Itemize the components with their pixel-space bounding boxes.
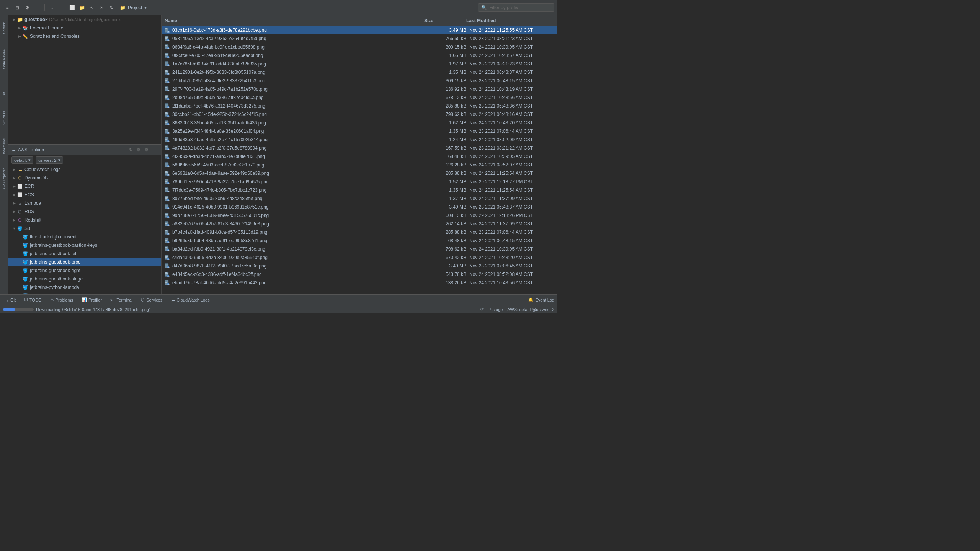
download-icon[interactable]: ↓ [48,3,56,12]
structure-icon[interactable]: Structure [0,106,8,129]
file-row[interactable]: PNG b7b4c4a0-1fad-4091-b3ca-d57405113d19… [162,228,557,236]
file-row[interactable]: PNG 2b98a765-5f9e-450b-a336-aff87c04fd0a… [162,93,557,102]
aws-service-ecr[interactable]: ▶ ⬜ ECR [8,182,161,191]
bookmarks-icon[interactable]: Bookmarks [0,133,8,160]
search-box[interactable]: 🔍 Filter by prefix [478,3,554,12]
external-libraries-item[interactable]: ▶ 📚 External Libraries [8,24,161,32]
aws-settings-icon[interactable]: ⚙ [135,146,142,153]
header-modified[interactable]: Last Modified [466,18,554,23]
aws-service-lambda[interactable]: ▶ λ Lambda [8,199,161,207]
project-selector[interactable]: 📁 Project ▾ [118,4,149,11]
refresh-icon[interactable]: ↻ [108,3,116,12]
tree-root-item[interactable]: ▶ 📁 guestbook C:\Users\dalia\IdeaProject… [8,15,161,24]
s3-jb-left[interactable]: 🪣 jetbrains-guestbook-left [8,249,161,258]
tab-profiler[interactable]: 📊 Profiler [78,296,105,304]
folder-icon[interactable]: 📁 [78,3,86,12]
file-row[interactable]: PNG b9266c8b-6db4-48ba-ad91-ea99f53c87d1… [162,236,557,245]
aws-gear-icon[interactable]: ⚙ [143,146,150,153]
aws-service-cloudwatch[interactable]: ▶ ☁ CloudWatch Logs [8,165,161,174]
aws-refresh-icon[interactable]: ↻ [127,146,134,153]
s3-fleet-bucket[interactable]: 🪣 fleet-bucket-jb-reinvent [8,233,161,241]
new-folder-icon[interactable]: ⬜ [68,3,76,12]
svg-rect-152 [165,240,168,240]
header-name[interactable]: Name [165,18,424,23]
s3-reinvent-tf[interactable]: 🪣 reinvent21-guestbook-tfstate [8,292,161,294]
file-row[interactable]: PNG 4f245c9a-db3d-4b21-a8b5-1e7d0ffe7831… [162,152,557,161]
code-review-icon[interactable]: Code Review [0,44,8,74]
file-row[interactable]: PNG 2f1daaba-7bef-4b76-a312-f404673d3275… [162,102,557,110]
region-select[interactable]: us-west-2 ▾ [36,156,63,164]
svg-text:PNG: PNG [168,132,170,134]
aws-service-redshift[interactable]: ▶ ⬡ Redshift [8,216,161,224]
event-log-item[interactable]: 🔔 Event Log [528,297,554,302]
file-row[interactable]: PNG 27fbbd7b-0351-43e4-9fe3-983372541f53… [162,77,557,85]
tab-terminal[interactable]: >_ Terminal [107,296,136,304]
file-row[interactable]: PNG a8325076-9e05-42b7-81e3-8460e21459e3… [162,220,557,228]
file-date: Nov 23 2021 07:06:45 AM CST [466,263,554,269]
svg-rect-109 [165,180,167,180]
file-row[interactable]: PNG 0531e06a-13d2-4c32-9352-e2649f4d7f5d… [162,34,557,43]
file-name-text: 3a25e29e-f34f-484f-ba0e-35e20601af04.png [172,129,264,134]
file-row[interactable]: PNG 0604f9a6-c44a-4fab-bc9f-ee1cbbd85698… [162,43,557,51]
tab-services[interactable]: ⬡ Services [138,296,165,304]
file-row[interactable]: PNG ebadfb9e-78af-4bd6-add5-a4a2e991b442… [162,279,557,287]
git-left-icon[interactable]: Git [0,90,8,98]
file-row[interactable]: PNG 4a748282-b032-4bf7-b2f0-37d5e8780994… [162,144,557,152]
todo-icon: ☑ [24,297,28,302]
commit-icon[interactable]: Commit [0,17,8,40]
file-row[interactable]: PNG d47d96b8-987b-41f2-b940-27bdd7e5af0e… [162,262,557,270]
file-row[interactable]: PNG 914c941e-4625-40b9-9901-b969d158751c… [162,203,557,211]
file-row[interactable]: PNG c4da4390-9955-4d2a-8436-929e2a85540f… [162,253,557,262]
svg-rect-115 [165,188,167,189]
file-row[interactable]: PNG 8d775bed-f3fe-4905-80b9-4d8c2e85ff9f… [162,194,557,203]
s3-jb-stage[interactable]: 🪣 jetbrains-guestbook-stage [8,275,161,283]
rds-label: RDS [24,209,34,214]
file-size: 678.12 kB [424,95,466,100]
file-row[interactable]: PNG e484d5ac-c6d3-4386-adff-1ef4a34bc3ff… [162,270,557,279]
header-size[interactable]: Size [424,18,466,23]
tab-git[interactable]: ⑂ Git [3,296,19,304]
file-row[interactable]: PNG 3a25e29e-f34f-484f-ba0e-35e20601af04… [162,127,557,135]
file-row[interactable]: PNG 7f7ddc3a-7569-474c-b305-7bc7dbc1c723… [162,186,557,194]
s3-jb-prod[interactable]: 🪣 jetbrains-guestbook-prod [8,258,161,266]
tab-todo[interactable]: ☑ TODO [21,296,45,304]
file-row[interactable]: PNG 03cb1c16-0abc-473d-a8f6-de78e291bcbe… [162,26,557,34]
scratches-item[interactable]: ▶ ✏️ Scratches and Consoles [8,32,161,41]
file-row[interactable]: PNG 466d33b3-4bad-4ef5-b2b7-4c157092b314… [162,135,557,144]
tab-problems[interactable]: ⚠ Problems [47,296,76,304]
profile-select[interactable]: default ▾ [11,156,33,164]
aws-info-label[interactable]: AWS: default@us-west-2 [507,307,554,312]
file-row[interactable]: PNG 24112901-0e2f-495b-8633-6fd3f055107a… [162,68,557,77]
file-row[interactable]: PNG 1a7c786f-b903-4d91-add4-830afc32b335… [162,60,557,68]
collapse-all-icon[interactable]: ⊟ [13,3,21,12]
branch-label[interactable]: ⑂ stage [488,307,503,312]
file-row[interactable]: PNG 589f9f6c-56b9-4503-accf-87dd3b3c1a70… [162,161,557,169]
upload-icon[interactable]: ↑ [58,3,66,12]
file-row[interactable]: PNG 6e6981a0-6d5a-4daa-9aae-592e49d60a39… [162,169,557,178]
cursor-icon[interactable]: ↖ [88,3,96,12]
git-icon: ⑂ [6,298,9,302]
expand-all-icon[interactable]: ≡ [3,3,11,12]
file-row[interactable]: PNG 9db738e7-1750-4689-8bee-b3155576601c… [162,211,557,220]
file-name-text: b7b4c4a0-1fad-4091-b3ca-d57405113d19.png [172,230,267,235]
file-row[interactable]: PNG ba34d2ed-fdb9-4921-80f1-4b214979ef3e… [162,245,557,253]
file-row[interactable]: PNG 36830b13-35bc-465c-af13-35f1aab9b436… [162,119,557,127]
s3-jb-bastion[interactable]: 🪣 jetbrains-guestbook-bastion-keys [8,241,161,249]
close-icon[interactable]: ✕ [98,3,106,12]
s3-jb-right[interactable]: 🪣 jetbrains-guestbook-right [8,266,161,275]
aws-service-s3[interactable]: ▼ 🪣 S3 [8,224,161,233]
settings-icon[interactable]: ⚙ [23,3,31,12]
aws-explorer-icon[interactable]: AWS Explorer [0,164,8,194]
file-row[interactable]: PNG 30ccbb21-bb01-45de-925b-3724c6c24f15… [162,110,557,119]
aws-service-dynamodb[interactable]: ▶ ⬡ DynamoDB [8,174,161,182]
aws-minimize-icon[interactable]: ─ [151,146,158,153]
minimize-icon[interactable]: ─ [33,3,41,12]
svg-rect-165 [165,257,167,258]
file-row[interactable]: PNG 29f74700-3a19-4a05-b49c-7a1b251e570d… [162,85,557,93]
file-row[interactable]: PNG 0f95fce0-e7b3-47ea-9b1f-ce8e205eacbf… [162,51,557,60]
file-row[interactable]: PNG 789bd1ee-950e-4713-9a22-c1ce1a99a675… [162,178,557,186]
aws-service-rds[interactable]: ▶ ⬡ RDS [8,207,161,216]
s3-jb-python[interactable]: 🪣 jetbrains-python-lambda [8,283,161,292]
aws-service-ecs[interactable]: ▶ ⬜ ECS [8,191,161,199]
tab-cloudwatch[interactable]: ☁ CloudWatch Logs [168,296,212,304]
